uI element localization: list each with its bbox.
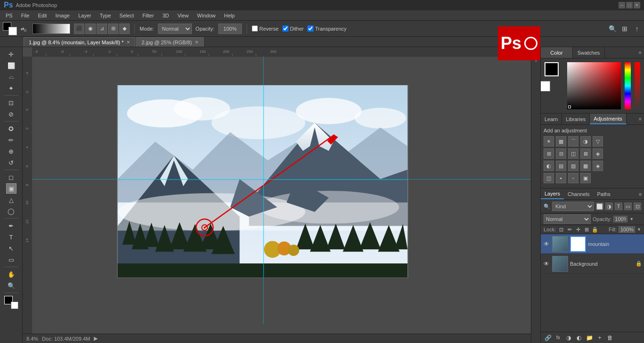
menu-type[interactable]: Type (96, 12, 115, 19)
adj-levels[interactable]: ▦ (556, 136, 566, 147)
color-fg-swatch[interactable] (545, 62, 559, 76)
adj-channel-mixer[interactable]: ⊠ (580, 148, 591, 159)
adj-pattern[interactable]: ▣ (580, 173, 591, 183)
menu-file[interactable]: File (17, 12, 33, 19)
menu-select[interactable]: Select (116, 12, 138, 19)
adj-gradient-fill[interactable]: ▫ (568, 173, 578, 183)
tool-fg-bg[interactable] (4, 296, 18, 309)
tab-channels[interactable]: Channels (564, 188, 593, 199)
reverse-checkbox[interactable]: Reverse (252, 25, 279, 32)
layers-fx-icon[interactable]: fx (554, 334, 562, 342)
share-icon[interactable]: ↑ (632, 24, 642, 34)
adj-curves[interactable]: ⌒ (568, 136, 578, 147)
tab-adjustments[interactable]: Adjustments (590, 114, 627, 124)
fg-bg-colors[interactable] (3, 22, 17, 35)
tab-2jpg-close[interactable]: ✕ (195, 40, 198, 45)
canvas-content[interactable] (32, 57, 531, 334)
kind-select[interactable]: Kind (552, 202, 594, 211)
reflected-gradient-btn[interactable]: ⊞ (108, 24, 118, 34)
tool-magic-wand[interactable]: ✦ (6, 83, 17, 93)
transparency-check-input[interactable] (307, 25, 314, 32)
layers-new-icon[interactable]: + (595, 334, 604, 342)
tool-hand[interactable]: ✋ (6, 269, 17, 279)
tool-crop[interactable]: ⊡ (6, 98, 17, 108)
tool-shape[interactable]: ▭ (6, 254, 17, 265)
radial-gradient-btn[interactable]: ◉ (85, 24, 96, 34)
adj-brightness[interactable]: ☀ (544, 136, 554, 147)
opacity-value-input[interactable] (613, 216, 627, 222)
tool-lasso[interactable]: ⌓ (6, 72, 17, 82)
dither-checkbox[interactable]: Dither (282, 25, 304, 32)
search-icon[interactable]: 🔍 (607, 24, 618, 34)
color-spectrum-bar[interactable] (625, 62, 630, 109)
tab-swatches[interactable]: Swatches (573, 47, 605, 58)
adj-gradient-map[interactable]: ▽ (593, 136, 603, 147)
layer-item-background[interactable]: 👁 Background 🔒 (541, 254, 644, 274)
layers-filter-adjust[interactable]: ◑ (605, 203, 613, 210)
opacity-input[interactable] (218, 24, 242, 34)
linear-gradient-btn[interactable]: ⬛ (74, 24, 84, 34)
close-button[interactable]: ✕ (634, 2, 640, 8)
adj-invert[interactable]: ◐ (544, 161, 554, 171)
transparency-checkbox[interactable]: Transparency (307, 25, 347, 32)
tool-history-brush[interactable]: ↺ (6, 157, 17, 168)
color-options-icon[interactable]: ≡ (636, 47, 644, 58)
tab-layers[interactable]: Layers (541, 188, 564, 199)
adjustments-options-icon[interactable]: ≡ (636, 114, 644, 124)
layers-options-icon[interactable]: ≡ (636, 190, 644, 198)
layer-item-mountain[interactable]: 👁 mountain (541, 234, 644, 254)
status-arrow[interactable]: ▶ (94, 335, 98, 342)
minimize-button[interactable]: ─ (619, 2, 625, 8)
layers-mask-icon[interactable]: ◑ (564, 334, 573, 342)
adj-solid-color[interactable]: ▪ (556, 173, 566, 183)
layers-adjustment-icon[interactable]: ◐ (575, 334, 583, 342)
layers-link-icon[interactable]: 🔗 (544, 334, 552, 342)
gradient-preview[interactable] (33, 24, 70, 34)
layer-mountain-visibility[interactable]: 👁 (543, 240, 550, 248)
maximize-button[interactable]: □ (626, 2, 633, 8)
menu-help[interactable]: Help (220, 12, 239, 19)
lock-artboard-icon[interactable]: ⊞ (583, 226, 590, 233)
color-bg-swatch[interactable] (540, 81, 550, 91)
fill-value-input[interactable] (619, 226, 635, 233)
layers-filter-type[interactable]: T (615, 203, 622, 210)
adj-vibrance[interactable]: ◈ (593, 161, 603, 171)
tool-zoom[interactable]: 🔍 (6, 280, 17, 291)
adj-color-lookup[interactable]: ◈ (593, 148, 603, 159)
lock-transparent-icon[interactable]: ⊡ (558, 226, 564, 233)
adj-selective-color[interactable]: ▩ (580, 161, 591, 171)
layers-filter-shape[interactable]: ▭ (624, 203, 632, 210)
reverse-check-input[interactable] (252, 25, 258, 32)
layers-group-icon[interactable]: 📁 (585, 334, 594, 342)
tool-pen[interactable]: ✒ (6, 220, 17, 231)
color-picker-gradient[interactable] (567, 62, 621, 109)
tab-color[interactable]: Color (541, 47, 573, 58)
tool-eyedropper[interactable]: ⊘ (6, 109, 17, 119)
tool-spot-heal[interactable]: ✪ (6, 123, 17, 134)
diamond-gradient-btn[interactable]: ◆ (119, 24, 130, 34)
tab-paths[interactable]: Paths (594, 188, 614, 199)
menu-3d[interactable]: 3D (158, 12, 173, 19)
layers-filter-smart[interactable]: ⊡ (634, 203, 641, 210)
tool-clone[interactable]: ⊕ (6, 146, 17, 156)
adj-exposure[interactable]: ◑ (580, 136, 591, 147)
tab-libraries[interactable]: Libraries (562, 114, 590, 124)
adj-photo-filter[interactable]: ◫ (568, 148, 578, 159)
lock-image-icon[interactable]: ✏ (566, 226, 573, 233)
tab-learn[interactable]: Learn (541, 114, 562, 124)
menu-view[interactable]: View (173, 12, 192, 19)
lock-all-icon[interactable]: 🔒 (592, 226, 598, 233)
tab-1jpg[interactable]: 1.jpg @ 8.4% (mountain, Layer Mask/8) * … (24, 37, 135, 47)
adj-bw[interactable]: ◫ (544, 173, 554, 183)
fill-arrow-icon[interactable]: ▼ (637, 227, 641, 232)
menu-filter[interactable]: Filter (139, 12, 157, 19)
lock-position-icon[interactable]: ✛ (575, 226, 581, 233)
menu-layer[interactable]: Layer (74, 12, 95, 19)
tool-gradient[interactable]: ▣ (6, 183, 17, 194)
menu-window[interactable]: Window (193, 12, 219, 19)
tool-type[interactable]: T (6, 232, 17, 242)
adj-threshold[interactable]: ▧ (568, 161, 578, 171)
tab-1jpg-close[interactable]: ✕ (126, 40, 130, 45)
angle-gradient-btn[interactable]: ⊿ (97, 24, 107, 34)
view-toggle-icon[interactable]: ⊞ (619, 24, 630, 34)
